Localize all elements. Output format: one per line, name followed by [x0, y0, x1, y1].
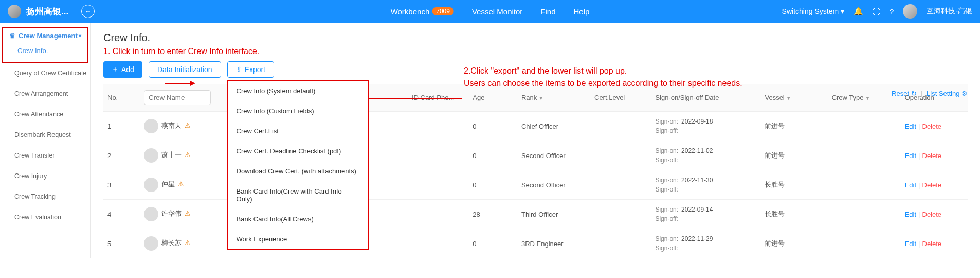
crew-avatar	[144, 207, 158, 221]
table-right-links: Reset ↻ | List Setting ⚙	[892, 90, 968, 97]
user-name: 互海科技-高银	[927, 7, 972, 16]
sidebar-item-injury[interactable]: Crew Injury	[0, 166, 90, 186]
export-opt-cert-list[interactable]: Crew Cert.List	[228, 121, 368, 141]
nav-find[interactable]: Find	[540, 7, 555, 16]
sidebar: ♛ Crew Management ▾ Crew Info. Query of …	[0, 23, 91, 258]
annotation-2: 2.Click "export" and the lower list will…	[464, 65, 742, 90]
delete-link[interactable]: Delete	[922, 152, 942, 160]
warning-icon: ⚠	[185, 239, 191, 247]
col-idcard: ID Card Pho...	[408, 84, 468, 112]
edit-link[interactable]: Edit	[905, 152, 916, 160]
export-dropdown: Crew Info (System default) Crew Info (Cu…	[227, 80, 369, 250]
col-operation: Operation	[901, 84, 968, 112]
fullscreen-icon[interactable]: ⛶	[873, 7, 880, 16]
sidebar-item-crew-info[interactable]: Crew Info.	[9, 40, 81, 58]
main-content: Crew Info. 1. Click in turn to enter Cre…	[91, 23, 980, 258]
help-icon[interactable]: ?	[890, 7, 894, 16]
delete-link[interactable]: Delete	[922, 181, 942, 189]
page-title: Crew Info.	[103, 32, 968, 44]
edit-link[interactable]: Edit	[905, 240, 916, 248]
crew-avatar	[144, 148, 158, 163]
export-opt-cert-deadline[interactable]: Crew Cert. Deadline Checklist (pdf)	[228, 141, 368, 161]
add-button[interactable]: ＋ Add	[103, 61, 142, 78]
warning-icon: ⚠	[185, 151, 191, 159]
export-box: ⇪ Export Crew Info (System default) Crew…	[227, 61, 274, 78]
sidebar-highlight-box: ♛ Crew Management ▾ Crew Info.	[2, 27, 88, 63]
chevron-down-icon: ▼	[865, 95, 870, 101]
edit-link[interactable]: Edit	[905, 211, 916, 218]
edit-link[interactable]: Edit	[905, 123, 916, 130]
delete-link[interactable]: Delete	[922, 123, 942, 130]
logo-icon	[8, 5, 21, 18]
col-no: No.	[103, 84, 140, 112]
list-setting-link[interactable]: List Setting ⚙	[927, 90, 968, 97]
sidebar-item-crew-management[interactable]: ♛ Crew Management ▾	[9, 32, 81, 40]
sidebar-item-disembark[interactable]: Disembark Request	[0, 125, 90, 145]
export-opt-bankcard-only[interactable]: Bank Card Info(Crew with Card Info Only)	[228, 181, 368, 209]
data-init-button[interactable]: Data Initialization	[149, 61, 221, 78]
warning-icon: ⚠	[185, 121, 191, 129]
export-opt-work-exp[interactable]: Work Experience	[228, 229, 368, 249]
sidebar-item-tracking[interactable]: Crew Tracking	[0, 186, 90, 207]
nav-workbench[interactable]: Workbench 7009	[391, 7, 454, 16]
crew-avatar	[144, 119, 158, 133]
export-opt-bankcard-all[interactable]: Bank Card Info(All Crews)	[228, 209, 368, 229]
top-nav-right: Switching System ▾ 🔔 ⛶ ? 互海科技-高银	[782, 4, 972, 19]
edit-link[interactable]: Edit	[905, 181, 916, 189]
nav-vessel-monitor[interactable]: Vessel Monitor	[472, 7, 522, 16]
top-nav: Workbench 7009 Vessel Monitor Find Help	[391, 7, 590, 16]
bell-icon[interactable]: 🔔	[854, 7, 863, 16]
export-opt-download-cert[interactable]: Download Crew Cert. (with attachments)	[228, 161, 368, 181]
nav-help[interactable]: Help	[574, 7, 590, 16]
user-icon: ♛	[9, 32, 15, 40]
reset-link[interactable]: Reset ↻	[892, 90, 917, 97]
crew-avatar	[144, 236, 158, 251]
app-name: 扬州高银...	[26, 6, 68, 18]
top-bar: 扬州高银... ← Workbench 7009 Vessel Monitor …	[0, 0, 980, 23]
col-crew-type[interactable]: Crew Type▼	[828, 84, 901, 112]
col-vessel[interactable]: Vessel▼	[760, 84, 827, 112]
sidebar-item-cert-query[interactable]: Query of Crew Certificate	[0, 63, 90, 83]
annotation-1: 1. Click in turn to enter Crew Info inte…	[103, 47, 968, 56]
chevron-down-icon: ▾	[79, 33, 81, 39]
workbench-badge: 7009	[432, 7, 454, 15]
delete-link[interactable]: Delete	[922, 211, 942, 218]
crew-avatar	[144, 178, 158, 192]
chevron-down-icon: ▼	[538, 95, 543, 101]
export-opt-custom-fields[interactable]: Crew Info (Custom Fields)	[228, 101, 368, 121]
sidebar-item-arrangement[interactable]: Crew Arrangement	[0, 83, 90, 104]
sidebar-item-evaluation[interactable]: Crew Evaluation	[0, 207, 90, 228]
chevron-down-icon: ▼	[786, 95, 791, 101]
export-opt-system-default[interactable]: Crew Info (System default)	[228, 81, 368, 101]
upload-icon: ⇪	[236, 65, 242, 74]
switching-system[interactable]: Switching System ▾	[782, 7, 844, 15]
sidebar-item-transfer[interactable]: Crew Transfer	[0, 145, 90, 166]
sidebar-item-attendance[interactable]: Crew Attendance	[0, 104, 90, 125]
delete-link[interactable]: Delete	[922, 240, 942, 248]
avatar[interactable]	[903, 4, 917, 19]
warning-icon: ⚠	[178, 180, 184, 188]
back-button[interactable]: ←	[81, 5, 95, 18]
warning-icon: ⚠	[185, 210, 191, 217]
crew-name-filter[interactable]	[144, 90, 211, 105]
export-button[interactable]: ⇪ Export	[227, 61, 274, 78]
